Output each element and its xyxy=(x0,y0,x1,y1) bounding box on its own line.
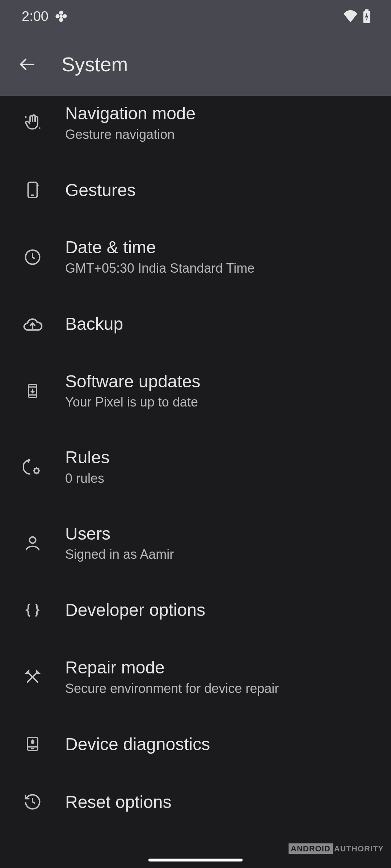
item-text: Developer options xyxy=(65,600,205,621)
list-item-repair-mode[interactable]: Repair mode Secure environment for devic… xyxy=(0,639,391,715)
list-item-device-diagnostics[interactable]: Device diagnostics xyxy=(0,715,391,773)
status-left: 2:00 xyxy=(22,9,67,24)
phone-download-icon xyxy=(22,380,43,402)
rules-icon xyxy=(22,456,43,478)
arrow-back-icon xyxy=(18,56,36,73)
list-item-gestures[interactable]: Gestures xyxy=(0,161,391,219)
item-text: Software updates Your Pixel is up to dat… xyxy=(65,371,201,411)
phone-sparkle-icon xyxy=(22,179,43,201)
item-title: Navigation mode xyxy=(65,103,196,124)
item-title: Software updates xyxy=(65,371,201,392)
item-title: Rules xyxy=(65,447,110,468)
svg-rect-1 xyxy=(365,9,369,11)
item-text: Device diagnostics xyxy=(65,734,210,755)
item-text: Date & time GMT+05:30 India Standard Tim… xyxy=(65,237,255,277)
list-item-software-updates[interactable]: Software updates Your Pixel is up to dat… xyxy=(0,353,391,429)
item-subtitle: Your Pixel is up to date xyxy=(65,394,201,411)
list-item-users[interactable]: Users Signed in as Aamir xyxy=(0,505,391,581)
back-button[interactable] xyxy=(18,55,36,73)
cloud-upload-icon xyxy=(22,313,43,335)
item-text: Rules 0 rules xyxy=(65,447,110,487)
item-title: Device diagnostics xyxy=(65,734,210,755)
item-subtitle: GMT+05:30 India Standard Time xyxy=(65,260,255,277)
item-text: Repair mode Secure environment for devic… xyxy=(65,657,279,697)
item-subtitle: 0 rules xyxy=(65,470,110,487)
item-subtitle: Gesture navigation xyxy=(65,126,196,143)
item-title: Gestures xyxy=(65,180,136,201)
wifi-icon xyxy=(343,10,358,22)
battery-charging-icon xyxy=(362,9,371,23)
item-text: Reset options xyxy=(65,792,172,813)
list-item-navigation-mode[interactable]: Navigation mode Gesture navigation xyxy=(0,96,391,161)
list-item-developer-options[interactable]: Developer options xyxy=(0,581,391,639)
tools-icon xyxy=(22,666,43,688)
person-icon xyxy=(22,532,43,554)
item-text: Users Signed in as Aamir xyxy=(65,523,174,563)
item-text: Backup xyxy=(65,314,123,335)
diagnostics-icon xyxy=(22,733,43,755)
page-title: System xyxy=(62,53,128,76)
list-item-reset-options[interactable]: Reset options xyxy=(0,773,391,831)
status-time: 2:00 xyxy=(22,9,49,24)
item-title: Date & time xyxy=(65,237,255,258)
app-header: System xyxy=(0,33,391,96)
svg-point-12 xyxy=(34,469,39,473)
pinwheel-icon xyxy=(55,10,67,22)
settings-list: Navigation mode Gesture navigation Gestu… xyxy=(0,96,391,831)
item-text: Navigation mode Gesture navigation xyxy=(65,103,196,143)
history-icon xyxy=(22,791,43,813)
list-item-backup[interactable]: Backup xyxy=(0,295,391,353)
item-title: Reset options xyxy=(65,792,172,813)
item-subtitle: Secure environment for device repair xyxy=(65,680,279,697)
item-subtitle: Signed in as Aamir xyxy=(65,546,174,563)
item-title: Backup xyxy=(65,314,123,335)
status-bar: 2:00 xyxy=(0,0,391,33)
svg-point-13 xyxy=(29,537,35,543)
watermark-part1: ANDROID xyxy=(289,843,333,854)
item-text: Gestures xyxy=(65,180,136,201)
list-item-rules[interactable]: Rules 0 rules xyxy=(0,429,391,505)
hand-sparkle-icon xyxy=(22,112,43,134)
item-title: Repair mode xyxy=(65,657,279,678)
gesture-nav-bar[interactable] xyxy=(148,859,243,861)
watermark: ANDROIDAUTHORITY xyxy=(289,844,384,854)
item-title: Developer options xyxy=(65,600,205,621)
watermark-part2: AUTHORITY xyxy=(334,844,384,853)
clock-icon xyxy=(22,246,43,268)
item-title: Users xyxy=(65,523,174,544)
list-item-date-time[interactable]: Date & time GMT+05:30 India Standard Tim… xyxy=(0,219,391,295)
status-right xyxy=(343,9,371,23)
braces-icon xyxy=(22,599,43,621)
svg-point-0 xyxy=(60,15,62,17)
